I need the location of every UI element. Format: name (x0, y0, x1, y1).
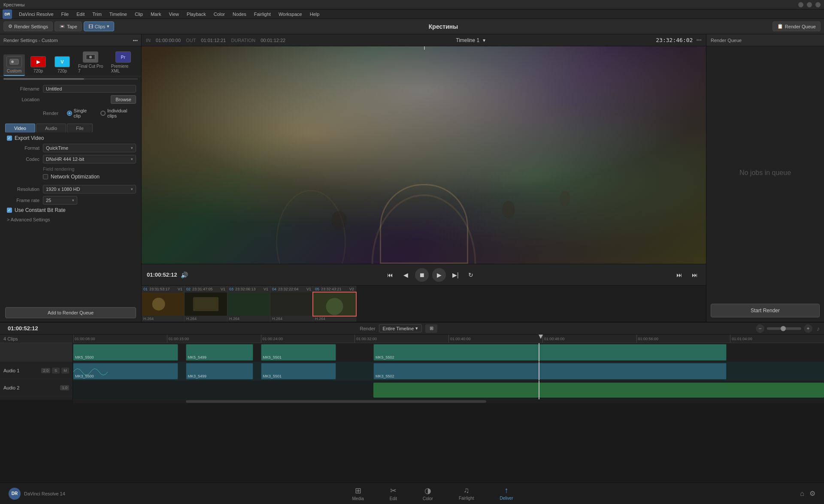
audio1-s-btn[interactable]: S (52, 368, 60, 374)
menu-help[interactable]: Help (306, 11, 323, 18)
single-clip-radio[interactable]: Single clip (67, 108, 94, 118)
preset-custom[interactable]: Custom (3, 54, 25, 76)
menu-clip[interactable]: Clip (131, 11, 146, 18)
ruler-tick-3: 01:00:24:00 (261, 335, 355, 343)
resolution-select[interactable]: 1920 x 1080 HD ▾ (43, 185, 136, 193)
menu-fairlight[interactable]: Fairlight (251, 11, 274, 18)
timecode-menu[interactable]: ••• (696, 37, 702, 43)
network-opt-row: Network Optimization (5, 174, 136, 180)
stop-btn[interactable]: ⏹ (415, 268, 429, 282)
clips-icon: 🎞 (88, 24, 93, 29)
volume-icon[interactable]: 🔊 (181, 272, 188, 278)
grid-icon[interactable]: ⊞ (425, 324, 437, 333)
preset-premiere[interactable]: Pr Premiere XML (109, 50, 138, 76)
minimize-btn[interactable] (798, 2, 803, 7)
advanced-settings-row[interactable]: > Advanced Settings (5, 217, 136, 223)
codec-select[interactable]: DNxHR 444 12-bit ▾ (43, 155, 136, 163)
custom-label: Custom (7, 69, 21, 73)
loop-btn[interactable]: ↻ (465, 269, 477, 281)
svg-rect-17 (227, 293, 270, 316)
duration-label: DURATION (231, 38, 255, 43)
tab-video[interactable]: Video (5, 124, 35, 133)
render-range-select[interactable]: Entire Timeline ▾ (379, 324, 422, 332)
clip-3[interactable]: 03 23:32:06:13 V1 H.264 (227, 286, 270, 322)
video-clip-3[interactable]: MK5_5501 (261, 344, 336, 361)
filename-input[interactable] (43, 85, 136, 93)
video-clip-4-label: MK5_5502 (376, 355, 394, 359)
menu-mark[interactable]: Mark (147, 11, 164, 18)
tape-btn[interactable]: 📼 Tape (55, 21, 82, 31)
audio1-m-btn[interactable]: M (61, 368, 69, 374)
zoom-out-btn[interactable]: − (756, 324, 764, 333)
zoom-in-btn[interactable]: + (804, 324, 812, 333)
menu-trim[interactable]: Trim (89, 11, 105, 18)
zoom-slider[interactable] (767, 327, 801, 330)
timeline-scrollbar[interactable] (73, 400, 824, 403)
close-btn[interactable] (815, 2, 821, 7)
home-btn[interactable]: ⌂ (800, 490, 804, 498)
audio2-clip[interactable] (373, 383, 824, 398)
goto-start-btn[interactable]: ⏮ (384, 269, 396, 281)
add-to-render-queue-button[interactable]: Add to Render Queue (5, 307, 136, 318)
menu-workspace[interactable]: Workspace (275, 11, 306, 18)
render-queue-btn[interactable]: 📋 Render Queue (772, 21, 821, 31)
clip-4[interactable]: 04 23:32:22:04 V1 H.264 (270, 286, 313, 322)
render-settings-btn[interactable]: ⚙ Render Settings (3, 21, 53, 31)
clip-5-header: 05 23:32:43:21 V2 (313, 286, 356, 293)
clip-3-thumb (227, 293, 270, 316)
preview-area[interactable] (142, 46, 706, 264)
settings-btn[interactable]: ⚙ (809, 489, 815, 498)
tab-audio[interactable]: Audio (36, 124, 66, 133)
menu-playback[interactable]: Playback (183, 11, 209, 18)
settings-menu-icon[interactable]: ••• (133, 38, 138, 43)
clip-2[interactable]: 02 23:31:47:05 V1 H.264 (185, 286, 227, 322)
svg-point-4 (89, 56, 92, 58)
start-render-button[interactable]: Start Render (711, 304, 820, 317)
step-back-btn[interactable]: ◀ (400, 269, 412, 281)
export-video-checkbox[interactable] (7, 136, 12, 141)
audio-clip-4-label: MK3_5502 (376, 374, 394, 378)
cbr-checkbox[interactable] (7, 208, 12, 213)
nav-deliver[interactable]: ↑ Deliver (500, 486, 513, 501)
preview-panel: IN 01:00:00:00 OUT 01:01:12:21 DURATION … (142, 34, 706, 322)
clip-1[interactable]: 01 23:31:53:17 V1 H.264 (142, 286, 185, 322)
menu-timeline[interactable]: Timeline (106, 11, 130, 18)
clip-5[interactable]: 05 23:32:43:21 V2 H.264 (313, 286, 356, 322)
fullscreen-btn[interactable]: ⏭ (673, 269, 685, 281)
individual-clips-radio[interactable]: Individual clips (100, 108, 136, 118)
clips-btn[interactable]: 🎞 Clips ▾ (84, 21, 114, 31)
network-opt-checkbox[interactable] (43, 174, 48, 179)
tab-file[interactable]: File (67, 124, 93, 133)
nav-fairlight[interactable]: ♫ Fairlight (459, 486, 474, 501)
preset-fcp[interactable]: Final Cut Pro 7 (76, 50, 106, 76)
menu-color[interactable]: Color (210, 11, 228, 18)
frame-rate-select[interactable]: 25 ▾ (43, 196, 77, 205)
step-forward-btn[interactable]: ▶| (449, 269, 461, 281)
out-label: OUT (186, 38, 196, 43)
menu-view[interactable]: View (165, 11, 182, 18)
audio-clip-2[interactable]: MK3_5499 (186, 363, 254, 380)
audio-clip-3[interactable]: MK3_5501 (261, 363, 336, 380)
audio-clip-1[interactable]: MK3_5500 (73, 363, 178, 380)
preset-scrollbar[interactable] (3, 78, 138, 80)
play-btn[interactable]: ▶ (432, 268, 446, 282)
end-btn[interactable]: ⏭ (689, 269, 701, 281)
menu-davinci[interactable]: DaVinci Resolve (15, 11, 57, 18)
maximize-btn[interactable] (807, 2, 812, 7)
menu-file[interactable]: File (58, 11, 73, 18)
timeline-label[interactable]: Timeline 1 (456, 37, 479, 43)
menu-edit[interactable]: Edit (73, 11, 88, 18)
video-clip-2[interactable]: MK5_5499 (186, 344, 254, 361)
video-clip-4[interactable]: MK5_5502 (373, 344, 727, 361)
audio-clip-4[interactable]: MK3_5502 (373, 363, 727, 380)
nav-media[interactable]: ⊞ Media (352, 486, 364, 501)
preset-vimeo[interactable]: V 720p (52, 54, 73, 76)
video-clip-1[interactable]: MK5_5500 (73, 344, 178, 361)
timeline-left: 01:00:52:12 (4, 323, 42, 333)
nav-edit[interactable]: ✂ Edit (390, 486, 397, 501)
menu-nodes[interactable]: Nodes (229, 11, 250, 18)
format-select[interactable]: QuickTime ▾ (43, 144, 136, 152)
browse-button[interactable]: Browse (111, 95, 136, 104)
nav-color[interactable]: ◑ Color (423, 486, 433, 501)
preset-youtube[interactable]: ▶ 720p (27, 54, 49, 76)
